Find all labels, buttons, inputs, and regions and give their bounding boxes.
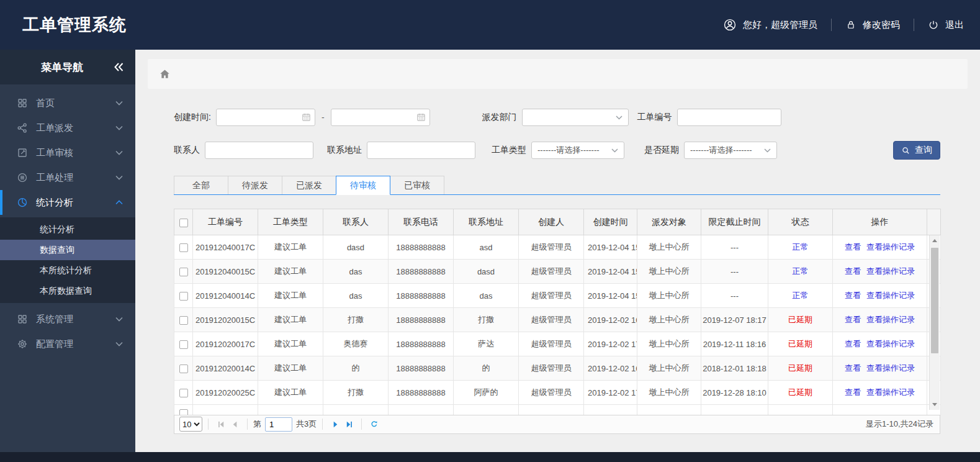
sidebar-item-home[interactable]: 首页	[0, 91, 135, 116]
row-checkbox[interactable]	[179, 292, 188, 301]
chevron-down-icon	[616, 116, 623, 120]
tab-dispatched[interactable]: 已派发	[282, 176, 336, 194]
scroll-up-icon[interactable]	[932, 239, 937, 242]
view-log-link[interactable]: 查看操作记录	[866, 363, 915, 373]
delay-select[interactable]: -------请选择-------	[684, 142, 777, 159]
row-checkbox[interactable]	[179, 243, 188, 252]
page-number-input[interactable]	[265, 417, 292, 432]
contact-input[interactable]	[205, 142, 313, 159]
cell-address: 阿萨的	[454, 381, 519, 405]
row-checkbox[interactable]	[179, 389, 188, 397]
view-link[interactable]: 查看	[845, 339, 861, 348]
cell-target: 墩上中心所	[637, 381, 701, 405]
row-checkbox[interactable]	[179, 365, 188, 373]
change-password-button[interactable]: 修改密码	[845, 19, 900, 31]
tab-all[interactable]: 全部	[174, 176, 228, 194]
sidebar-item-dispatch[interactable]: 工单派发	[0, 116, 135, 140]
cell-order-no: 201912040014C	[193, 284, 258, 308]
address-input[interactable]	[367, 142, 475, 159]
cell-created: 2019-12-02 16	[584, 356, 637, 381]
cell-type: 建议工单	[258, 356, 323, 381]
chevron-down-icon	[115, 317, 123, 322]
search-button[interactable]: 查询	[893, 141, 940, 160]
last-page-button[interactable]	[342, 417, 356, 431]
cell-deadline: 2019-12-07 18:17	[701, 308, 768, 332]
col-header-actions: 操作	[833, 209, 927, 235]
row-checkbox[interactable]	[179, 340, 188, 349]
submenu-item-data-query[interactable]: 数据查询	[0, 240, 135, 260]
view-log-link[interactable]: 查看操作记录	[866, 315, 915, 324]
sidebar-item-process[interactable]: 工单处理	[0, 165, 135, 190]
view-log-link[interactable]: 查看操作记录	[866, 242, 915, 251]
cell-contact: 的	[323, 356, 389, 381]
view-log-link[interactable]: 查看操作记录	[866, 291, 915, 300]
row-checkbox	[179, 409, 188, 415]
sidebar-item-review[interactable]: 工单审核	[0, 140, 135, 165]
submenu-label: 数据查询	[40, 245, 74, 256]
cell-creator: 超级管理员	[519, 332, 584, 356]
create-time-end-input[interactable]	[331, 109, 430, 126]
scroll-down-icon[interactable]	[932, 403, 937, 406]
view-link[interactable]: 查看	[845, 266, 861, 276]
row-checkbox[interactable]	[179, 268, 188, 276]
view-link[interactable]: 查看	[845, 363, 861, 373]
sidebar-collapse-icon[interactable]	[113, 62, 124, 72]
status-badge: 已延期	[788, 387, 812, 397]
sidebar-item-label: 工单审核	[36, 147, 73, 159]
sidebar: 菜单导航 首页 工单派发	[0, 50, 135, 452]
user-greeting[interactable]: 您好，超级管理员	[723, 18, 817, 32]
view-log-link[interactable]: 查看操作记录	[866, 387, 915, 397]
row-select-cell	[174, 308, 193, 332]
filter-row-1: 创建时间: - 派发部门	[174, 109, 940, 126]
status-badge: 已延期	[788, 315, 812, 324]
col-header-deadline: 限定截止时间	[701, 209, 768, 235]
cell-creator: 超级管理员	[519, 260, 584, 284]
tab-pending-dispatch[interactable]: 待派发	[228, 176, 282, 194]
cell-target: 墩上中心所	[637, 235, 701, 260]
work-order-grid: 工单编号 工单类型 联系人 联系电话 联系地址 创建人 创建时间 派发对象 限定…	[174, 209, 940, 434]
chevron-down-icon	[611, 148, 618, 153]
view-link[interactable]: 查看	[845, 242, 861, 251]
view-log-link[interactable]: 查看操作记录	[866, 266, 915, 276]
home-icon[interactable]	[159, 68, 171, 80]
col-header-spacer	[927, 209, 941, 235]
view-log-link[interactable]: 查看操作记录	[866, 339, 915, 348]
view-link[interactable]: 查看	[845, 291, 861, 300]
cell-deadline: 2019-12-28 18:10	[701, 381, 768, 405]
gear-icon	[16, 338, 28, 350]
order-type-select[interactable]: -------请选择-------	[531, 142, 624, 159]
cell-target: 墩上中心所	[637, 308, 701, 332]
cell-contact: 打撒	[323, 308, 389, 332]
logout-button[interactable]: 退出	[928, 19, 964, 31]
first-page-button[interactable]	[214, 417, 228, 431]
cell-phone: 18888888888	[389, 356, 454, 381]
dispatch-dept-select[interactable]	[522, 109, 629, 126]
row-checkbox[interactable]	[179, 316, 188, 325]
view-link[interactable]: 查看	[845, 387, 861, 397]
refresh-button[interactable]	[367, 417, 381, 431]
select-all-checkbox[interactable]	[179, 219, 188, 227]
scrollbar-thumb[interactable]	[931, 248, 938, 353]
prev-page-button[interactable]	[228, 417, 241, 431]
page-size-select[interactable]: 10	[179, 417, 202, 432]
tab-reviewed[interactable]: 已审核	[390, 176, 444, 194]
next-page-button[interactable]	[328, 417, 342, 431]
submenu-item-local-statistics[interactable]: 本所统计分析	[0, 260, 135, 281]
table-scrollbar[interactable]	[929, 235, 940, 410]
cell-status: 已延期	[768, 308, 833, 332]
submenu-item-local-data-query[interactable]: 本所数据查询	[0, 281, 135, 301]
submenu-item-statistics[interactable]: 统计分析	[0, 219, 135, 240]
sidebar-item-system[interactable]: 系统管理	[0, 307, 135, 332]
pager-divider	[247, 419, 248, 430]
pager-divider	[361, 419, 362, 430]
cell-target: 墩上中心所	[637, 260, 701, 284]
create-time-start-input[interactable]	[216, 109, 315, 126]
cell-address: 打撒	[454, 308, 519, 332]
order-no-input[interactable]	[677, 109, 781, 126]
view-link[interactable]: 查看	[845, 315, 861, 324]
tab-pending-review[interactable]: 待审核	[336, 176, 390, 195]
sidebar-item-statistics[interactable]: 统计分析	[0, 190, 135, 215]
header-divider	[831, 19, 832, 31]
sidebar-item-config[interactable]: 配置管理	[0, 332, 135, 356]
status-tabs: 全部 待派发 已派发 待审核 已审核	[174, 176, 940, 195]
